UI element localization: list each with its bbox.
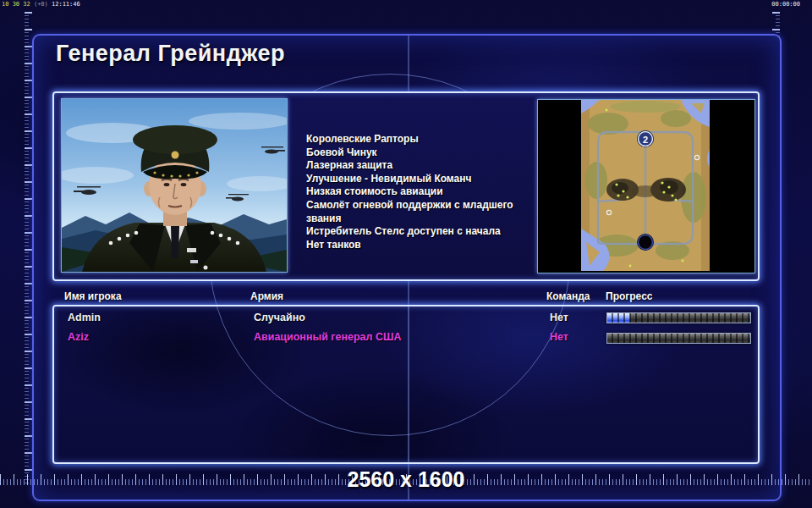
svg-text:2: 2 bbox=[643, 135, 648, 145]
match-timer: 00:00:00 bbox=[771, 1, 800, 8]
feature-item: Истребитель Стелс доступен с начала bbox=[306, 225, 519, 239]
player-progress-bar bbox=[606, 333, 751, 344]
column-header-player-name: Имя игрока bbox=[64, 290, 122, 302]
feature-item: Королевские Рапторы bbox=[306, 133, 519, 146]
fps-counter: 10 30 32 bbox=[2, 1, 30, 8]
player-row: Aziz Авиационный генерал США Нет bbox=[54, 331, 754, 350]
general-portrait-image bbox=[62, 99, 287, 272]
player-name: Admin bbox=[68, 312, 101, 323]
page-title: Генерал Грейнджер bbox=[56, 41, 285, 67]
player-team: Нет bbox=[550, 331, 568, 343]
column-header-progress: Прогресс bbox=[606, 290, 652, 302]
fps-delta: (+0) bbox=[34, 1, 48, 8]
cap-eagle-emblem bbox=[172, 152, 179, 159]
general-portrait bbox=[61, 98, 288, 273]
feature-item: Боевой Чинук bbox=[306, 146, 519, 160]
feature-item: Низкая стоимость авиации bbox=[306, 185, 519, 199]
column-header-team: Команда bbox=[546, 290, 590, 302]
start-position-marker-empty bbox=[637, 234, 654, 251]
player-army: Случайно bbox=[254, 312, 305, 323]
start-position-marker-2: 2 bbox=[637, 130, 654, 147]
player-team: Нет bbox=[550, 312, 568, 323]
map-preview-panel: 2 bbox=[537, 99, 755, 273]
map-preview-image: 2 bbox=[581, 100, 710, 271]
left-ruler-decoration bbox=[25, 12, 32, 486]
status-bar-left: 10 30 32 (+0) 12:11:46 bbox=[2, 1, 80, 8]
player-list-panel: Admin Случайно Нет Aziz Авиационный гене… bbox=[52, 305, 760, 464]
player-army: Авиационный генерал США bbox=[254, 331, 402, 343]
feature-item: Лазерная защита bbox=[306, 159, 519, 173]
general-features-list: Королевские Рапторы Боевой Чинук Лазерна… bbox=[306, 133, 519, 251]
session-time: 12:11:46 bbox=[52, 1, 80, 8]
progress-fill bbox=[607, 313, 630, 323]
player-row: Admin Случайно Нет bbox=[54, 312, 754, 330]
feature-item: Улучшение - Невидимый Команч bbox=[306, 173, 519, 186]
feature-item: Самолёт огневой поддержки с младшего зва… bbox=[306, 199, 519, 225]
column-header-army: Армия bbox=[250, 290, 283, 302]
map-resolution-label: 2560 x 1600 bbox=[0, 467, 812, 492]
feature-item: Нет танков bbox=[306, 239, 519, 252]
player-progress-bar bbox=[606, 312, 751, 323]
player-name: Aziz bbox=[68, 331, 89, 343]
